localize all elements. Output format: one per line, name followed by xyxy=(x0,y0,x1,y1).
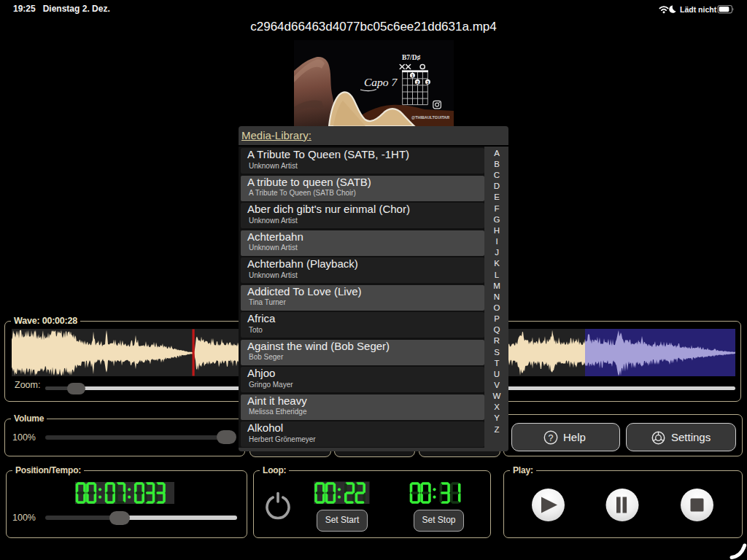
svg-text:?: ? xyxy=(549,433,554,443)
svg-text:Lädt nicht: Lädt nicht xyxy=(680,5,717,14)
svg-text:B7/D♯: B7/D♯ xyxy=(402,54,421,61)
svg-text:Capo 7: Capo 7 xyxy=(364,76,398,88)
svg-text:@THIBAULTGUITAR: @THIBAULTGUITAR xyxy=(411,115,449,120)
